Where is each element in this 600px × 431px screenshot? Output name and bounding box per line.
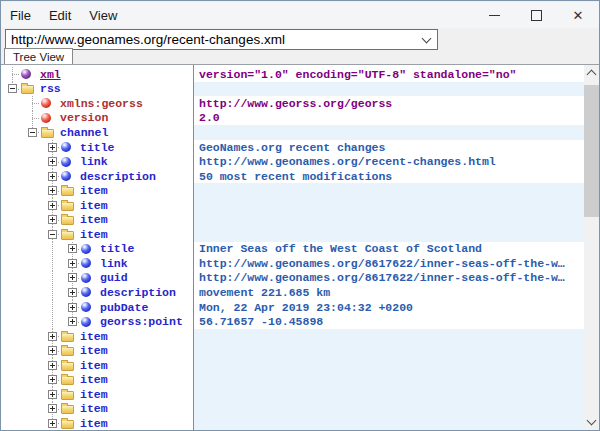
scrollbar-thumb[interactable]: [584, 85, 599, 217]
tree-expander-plus[interactable]: [48, 143, 57, 152]
tree-expander-plus[interactable]: [48, 186, 57, 195]
tree-row[interactable]: version: [1, 111, 193, 126]
tree-row[interactable]: item: [1, 343, 193, 358]
tree-row[interactable]: description: [1, 169, 193, 184]
tree-node-label[interactable]: item: [80, 199, 108, 212]
tree-node-label[interactable]: title: [80, 141, 115, 154]
tree-expander-plus[interactable]: [48, 215, 57, 224]
url-input[interactable]: [6, 32, 415, 47]
tree-row[interactable]: item: [1, 416, 193, 430]
close-button[interactable]: ✕: [557, 2, 599, 28]
tree-row[interactable]: rss: [1, 82, 193, 97]
tree-row[interactable]: item: [1, 358, 193, 373]
tree-node-label[interactable]: item: [80, 344, 108, 357]
tree-node-label[interactable]: link: [100, 257, 128, 270]
tree-expander-plus[interactable]: [68, 317, 77, 326]
tree-node-label[interactable]: channel: [60, 126, 108, 139]
tree-connector: [41, 140, 61, 155]
minimize-button[interactable]: [473, 2, 515, 28]
menu-view[interactable]: View: [80, 4, 126, 27]
chevron-up-icon: [587, 70, 597, 80]
tree-node-label[interactable]: guid: [100, 271, 128, 284]
tree-row[interactable]: item: [1, 198, 193, 213]
tree-row[interactable]: xml: [1, 67, 193, 82]
node-value-row: [194, 198, 584, 213]
tree-row[interactable]: georss:point: [1, 314, 193, 329]
node-value-row: version="1.0" encoding="UTF-8" standalon…: [194, 67, 584, 82]
tab-tree-view[interactable]: Tree View: [4, 48, 73, 64]
tree-node-label[interactable]: georss:point: [100, 315, 183, 328]
tree-expander-plus[interactable]: [48, 332, 57, 341]
tree-node-label[interactable]: description: [100, 286, 176, 299]
tree-row[interactable]: item: [1, 212, 193, 227]
tree-expander-plus[interactable]: [68, 288, 77, 297]
url-dropdown-button[interactable]: [415, 30, 437, 49]
tree-expander-plus[interactable]: [68, 259, 77, 268]
folder-icon: [61, 420, 74, 429]
tree-row[interactable]: title: [1, 242, 193, 257]
tree-node-label[interactable]: version: [60, 111, 108, 124]
tree-node-label[interactable]: item: [80, 330, 108, 343]
tree-row[interactable]: item: [1, 329, 193, 344]
tree-expander-plus[interactable]: [48, 375, 57, 384]
node-value-text: 50 most recent modifications: [199, 170, 392, 183]
tree-expander-plus[interactable]: [48, 419, 57, 428]
tree-expander-plus[interactable]: [48, 201, 57, 210]
tree-node-label[interactable]: item: [80, 402, 108, 415]
tree-node-label[interactable]: description: [80, 170, 156, 183]
tree-row[interactable]: pubDate: [1, 300, 193, 315]
folder-icon: [61, 331, 78, 342]
tree-indent-guide: [1, 300, 21, 315]
tree-node-label[interactable]: title: [100, 242, 135, 255]
node-value-row: [194, 416, 584, 430]
folder-icon: [61, 214, 78, 225]
tree-node-label[interactable]: xml: [40, 68, 61, 81]
tree-row[interactable]: link: [1, 154, 193, 169]
node-value-row: 50 most recent modifications: [194, 169, 584, 184]
tree-expander-plus[interactable]: [48, 157, 57, 166]
tree-row[interactable]: title: [1, 140, 193, 155]
tree-node-label[interactable]: item: [80, 213, 108, 226]
scroll-up-button[interactable]: [584, 65, 599, 81]
tree-expander-plus[interactable]: [48, 172, 57, 181]
tree-node-label[interactable]: item: [80, 184, 108, 197]
tree-node-label[interactable]: item: [80, 388, 108, 401]
scroll-down-button[interactable]: [584, 414, 599, 430]
tree-expander-plus[interactable]: [48, 404, 57, 413]
folder-icon: [21, 85, 34, 94]
maximize-button[interactable]: [515, 2, 557, 28]
element-ball-icon: [81, 317, 98, 327]
node-value-row: http://www.geonames.org/8617622/inner-se…: [194, 271, 584, 286]
tree-expander-plus[interactable]: [48, 346, 57, 355]
tree-row[interactable]: guid: [1, 271, 193, 286]
tree-node-label[interactable]: item: [80, 417, 108, 430]
menu-edit[interactable]: Edit: [40, 4, 80, 27]
tree-node-label[interactable]: item: [80, 359, 108, 372]
tree-expander-plus[interactable]: [68, 303, 77, 312]
tree-expander-plus[interactable]: [48, 361, 57, 370]
tree-expander-plus[interactable]: [68, 244, 77, 253]
tree-row[interactable]: description: [1, 285, 193, 300]
tree-node-label[interactable]: item: [80, 373, 108, 386]
vertical-scrollbar[interactable]: [584, 65, 599, 430]
tree-row[interactable]: item: [1, 183, 193, 198]
tree-row[interactable]: xmlns:georss: [1, 96, 193, 111]
tree-node-label[interactable]: item: [80, 228, 108, 241]
tree-row[interactable]: item: [1, 227, 193, 242]
tree-node-label[interactable]: link: [80, 155, 108, 168]
tree-row[interactable]: item: [1, 372, 193, 387]
tree-expander-minus[interactable]: [48, 230, 57, 239]
tree-row[interactable]: item: [1, 387, 193, 402]
tree-row[interactable]: link: [1, 256, 193, 271]
close-icon: ✕: [573, 9, 584, 22]
menu-file[interactable]: File: [1, 4, 40, 27]
tree-expander-plus[interactable]: [68, 273, 77, 282]
tree-node-label[interactable]: rss: [40, 82, 61, 95]
tree-row[interactable]: item: [1, 402, 193, 417]
tree-row[interactable]: channel: [1, 125, 193, 140]
tree-expander-minus[interactable]: [8, 84, 17, 93]
tree-node-label[interactable]: pubDate: [100, 301, 148, 314]
tree-expander-plus[interactable]: [48, 390, 57, 399]
tree-expander-minus[interactable]: [28, 128, 37, 137]
tree-node-label[interactable]: xmlns:georss: [60, 97, 143, 110]
